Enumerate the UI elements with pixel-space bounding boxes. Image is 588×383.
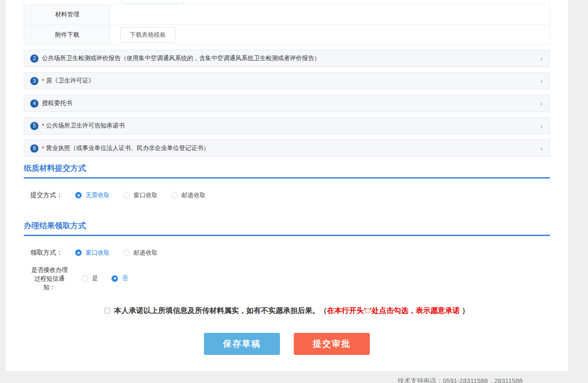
material-item-2[interactable]: 2 * 公共场所卫生检测或评价报告（使用集中空调通风系统的，含集中空调通风系统卫…	[24, 50, 550, 67]
radio-mail-collect[interactable]: 邮递收取	[123, 249, 158, 257]
submit-method-label: 提交方式：	[30, 191, 75, 199]
radio-sms-no[interactable]: 否	[111, 274, 128, 282]
chevron-right-icon[interactable]: ›	[540, 55, 543, 62]
material-item-label: 营业执照（或事业单位法人证书、民办非企业单位登记证书）	[46, 144, 209, 152]
chevron-right-icon[interactable]: ›	[540, 145, 543, 152]
sms-notify-label: 是否接收办理 过程短信通 知：	[24, 265, 75, 291]
row-content-material-management	[111, 5, 550, 25]
chevron-right-icon[interactable]: ›	[540, 77, 543, 85]
radio-icon[interactable]	[111, 275, 118, 282]
commitment-red-hint: 在本行开头'□'处点击勾选，表示愿意承诺	[327, 306, 460, 315]
table-row: 材料管理	[24, 4, 550, 25]
save-draft-button[interactable]: 保存草稿	[204, 333, 280, 355]
radio-icon[interactable]	[123, 249, 130, 256]
radio-icon[interactable]	[75, 249, 82, 256]
section-title-result-pickup: 办理结果领取方式	[24, 199, 550, 236]
action-button-row: 保存草稿 提交审批	[24, 333, 550, 355]
pickup-method-row: 领取方式： 窗口收取 邮递收取	[24, 249, 550, 257]
item-number-badge: 5	[30, 122, 38, 130]
row-label-material-management: 材料管理	[24, 5, 111, 25]
pickup-method-label: 领取方式：	[30, 249, 75, 257]
material-item-5[interactable]: 5 * 公共场所卫生许可告知承诺书 ›	[24, 117, 550, 134]
material-item-6[interactable]: 6 * 营业执照（或事业单位法人证书、民办非企业单位登记证书） ›	[24, 140, 550, 157]
support-phone-text: 技术支持电话：0591-28311588，28311588	[397, 377, 523, 383]
radio-icon[interactable]	[123, 192, 130, 198]
required-asterisk: *	[42, 145, 44, 152]
radio-window-collect[interactable]: 窗口收取	[75, 249, 110, 257]
commitment-text: 本人承诺以上所填信息及所传材料属实，如有不实愿承担后果。（在本行开头'□'处点击…	[114, 306, 469, 316]
section-title-paper-submit: 纸质材料提交方式	[24, 157, 550, 179]
item-number-badge: 4	[30, 99, 38, 108]
required-asterisk: *	[42, 122, 44, 129]
material-item-label: 公共场所卫生检测或评价报告（使用集中空调通风系统的，含集中空调通风系统卫生检测或…	[42, 54, 320, 62]
material-item-4[interactable]: 4 * 授权委托书 ›	[24, 95, 550, 112]
chevron-right-icon[interactable]: ›	[540, 100, 543, 107]
row-label-attachment-download: 附件下载	[24, 25, 111, 45]
radio-icon[interactable]	[171, 192, 178, 198]
commitment-checkbox[interactable]	[105, 308, 110, 313]
partial-button-top[interactable]	[121, 0, 184, 3]
table-row: 附件下载 下载表格模板	[24, 25, 550, 45]
material-item-label: 授权委托书	[42, 99, 72, 107]
radio-icon[interactable]	[82, 275, 88, 282]
download-template-button[interactable]: 下载表格模板	[120, 27, 175, 43]
item-number-badge: 6	[30, 144, 38, 153]
radio-mail-pickup[interactable]: 邮递收取	[171, 192, 206, 199]
submit-method-row: 提交方式： 无需收取 窗口收取 邮递收取	[24, 191, 550, 199]
item-number-badge: 2	[30, 54, 38, 63]
material-item-label: 公共场所卫生许可告知承诺书	[46, 122, 124, 130]
material-item-label: 原《卫生许可证》	[46, 77, 94, 85]
chevron-right-icon[interactable]: ›	[540, 122, 543, 130]
radio-window-pickup[interactable]: 窗口收取	[123, 192, 158, 199]
submit-approval-button[interactable]: 提交审批	[294, 333, 370, 355]
material-item-3[interactable]: 3 * 原《卫生许可证》 ›	[24, 72, 550, 89]
content-card: 材料管理 附件下载 下载表格模板 2 * 公共场所卫生检测或评价报告（使用集中空…	[6, 0, 568, 371]
radio-icon[interactable]	[75, 192, 82, 198]
info-table: 材料管理 附件下载 下载表格模板	[24, 0, 550, 45]
table-row	[24, 0, 550, 4]
row-content-attachment-download: 下载表格模板	[111, 25, 550, 45]
sms-notify-row: 是否接收办理 过程短信通 知： 是 否	[24, 265, 550, 291]
radio-no-pickup-needed[interactable]: 无需收取	[75, 192, 110, 199]
required-asterisk: *	[42, 77, 44, 84]
radio-sms-yes[interactable]: 是	[82, 274, 98, 282]
item-number-badge: 3	[30, 77, 38, 85]
commitment-row: 本人承诺以上所填信息及所传材料属实，如有不实愿承担后果。（在本行开头'□'处点击…	[24, 306, 550, 316]
